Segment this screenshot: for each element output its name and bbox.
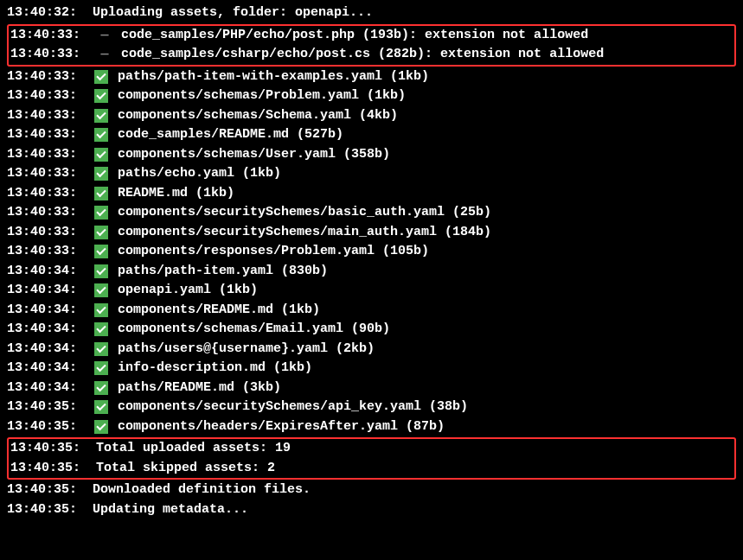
log-line: 13:40:34: openapi.yaml (1kb) [7,281,736,301]
check-icon [94,70,108,84]
timestamp: 13:40:34: [7,340,77,360]
log-message: components/schemas/Schema.yaml (4kb) [118,106,398,126]
check-icon [94,420,108,434]
log-line: 13:40:34: paths/path-item.yaml (830b) [7,262,736,282]
timestamp: 13:40:35: [7,500,77,520]
terminal-output: 13:40:32: Uploading assets, folder: open… [7,3,736,519]
log-line: 13:40:35: Updating metadata... [7,500,736,520]
check-icon [94,283,108,297]
log-message: Total uploaded assets: 19 [96,439,291,459]
log-line: 13:40:33: — code_samples/csharp/echo/pos… [10,45,733,65]
check-icon [94,167,108,181]
timestamp: 13:40:34: [7,320,77,340]
timestamp: 13:40:35: [7,398,77,417]
log-message: README.md (1kb) [118,184,234,204]
log-message: components/securitySchemes/main_auth.yam… [118,223,491,243]
log-line: 13:40:33: components/schemas/Schema.yaml… [7,106,736,126]
log-line: 13:40:35: components/headers/ExpiresAfte… [7,417,736,437]
timestamp: 13:40:33: [7,106,77,126]
timestamp: 13:40:33: [7,184,77,204]
log-message: components/schemas/Email.yaml (90b) [118,320,390,340]
timestamp: 13:40:35: [10,439,80,459]
log-message: openapi.yaml (1kb) [118,281,258,301]
log-line: 13:40:33: README.md (1kb) [7,184,736,204]
check-icon [94,322,108,336]
log-line: 13:40:34: paths/users@{username}.yaml (2… [7,340,736,360]
log-message: components/README.md (1kb) [118,301,320,321]
timestamp: 13:40:33: [7,223,77,243]
timestamp: 13:40:33: [7,203,77,223]
check-icon [94,226,108,239]
check-icon [94,361,108,375]
check-icon [94,148,108,162]
log-message: code_samples/PHP/echo/post.php (193b): e… [121,26,588,46]
timestamp: 13:40:35: [7,417,77,437]
highlight-totals: 13:40:35: Total uploaded assets: 1913:40… [7,437,736,480]
log-message: paths/echo.yaml (1kb) [118,164,281,184]
log-line: 13:40:34: components/README.md (1kb) [7,301,736,321]
log-message: paths/users@{username}.yaml (2kb) [118,340,375,360]
log-message: components/responses/Problem.yaml (105b) [118,242,429,262]
log-line: 13:40:33: paths/echo.yaml (1kb) [7,164,736,184]
timestamp: 13:40:33: [7,164,77,184]
log-line: 13:40:35: Total uploaded assets: 19 [10,439,733,459]
timestamp: 13:40:33: [7,125,77,145]
timestamp: 13:40:33: [10,26,80,46]
log-message: components/securitySchemes/basic_auth.ya… [118,203,491,223]
log-section-footer: 13:40:35: Downloaded definition files.13… [7,480,736,519]
log-message: paths/path-item-with-examples.yaml (1kb) [118,67,429,87]
log-line: 13:40:35: Downloaded definition files. [7,480,736,500]
log-line: 13:40:33: components/schemas/Problem.yam… [7,86,736,106]
log-line: 13:40:34: components/schemas/Email.yaml … [7,320,736,340]
log-line: 13:40:33: — code_samples/PHP/echo/post.p… [10,26,733,46]
timestamp: 13:40:33: [7,145,77,165]
log-message: Uploading assets, folder: openapi... [93,3,373,23]
log-line: 13:40:35: components/securitySchemes/api… [7,398,736,417]
log-section-uploaded: 13:40:33: paths/path-item-with-examples.… [7,67,736,437]
timestamp: 13:40:33: [7,242,77,262]
check-icon [94,128,108,142]
log-message: components/schemas/User.yaml (358b) [118,145,390,165]
check-icon [94,206,108,220]
check-icon [94,245,108,258]
log-message: info-description.md (1kb) [118,359,312,379]
log-message: components/securitySchemes/api_key.yaml … [118,398,468,417]
log-line: 13:40:33: paths/path-item-with-examples.… [7,67,736,87]
log-message: Downloaded definition files. [93,480,311,500]
timestamp: 13:40:34: [7,301,77,321]
log-line: 13:40:33: components/schemas/User.yaml (… [7,145,736,165]
timestamp: 13:40:35: [10,459,80,479]
log-line: 13:40:32: Uploading assets, folder: open… [7,3,736,23]
timestamp: 13:40:34: [7,379,77,398]
check-icon [94,342,108,356]
dash-icon: — [96,26,113,46]
log-section-header: 13:40:32: Uploading assets, folder: open… [7,3,736,23]
check-icon [94,303,108,317]
log-message: paths/README.md (3kb) [118,379,281,398]
log-line: 13:40:35: Total skipped assets: 2 [10,459,733,479]
check-icon [94,400,108,414]
timestamp: 13:40:33: [7,86,77,106]
log-message: code_samples/README.md (527b) [118,125,343,145]
dash-icon: — [96,45,113,65]
log-message: components/headers/ExpiresAfter.yaml (87… [118,417,445,437]
log-line: 13:40:34: paths/README.md (3kb) [7,379,736,398]
timestamp: 13:40:32: [7,3,77,23]
check-icon [94,381,108,395]
check-icon [94,187,108,200]
log-message: code_samples/csharp/echo/post.cs (282b):… [121,45,604,65]
timestamp: 13:40:34: [7,281,77,301]
check-icon [94,264,108,278]
timestamp: 13:40:33: [7,67,77,87]
timestamp: 13:40:34: [7,359,77,379]
check-icon [94,89,108,103]
log-line: 13:40:33: components/securitySchemes/mai… [7,223,736,243]
timestamp: 13:40:35: [7,480,77,500]
highlight-skipped-files: 13:40:33: — code_samples/PHP/echo/post.p… [7,24,736,67]
timestamp: 13:40:34: [7,262,77,282]
log-message: Updating metadata... [93,500,248,520]
log-line: 13:40:33: components/securitySchemes/bas… [7,203,736,223]
check-icon [94,109,108,123]
log-message: Total skipped assets: 2 [96,459,275,479]
log-message: paths/path-item.yaml (830b) [118,262,328,282]
